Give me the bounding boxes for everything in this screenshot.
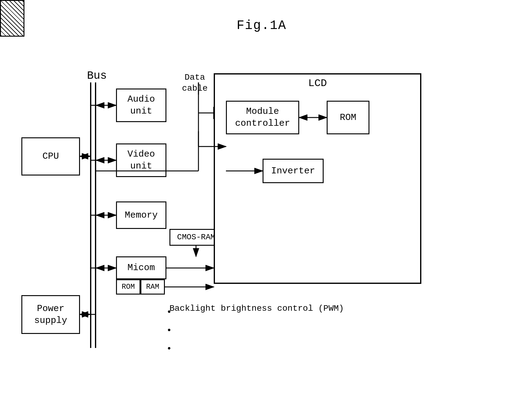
audio-unit-label: Audiounit xyxy=(127,93,155,117)
module-controller-label: Modulecontroller xyxy=(235,106,290,129)
module-controller-box: Modulecontroller xyxy=(226,101,299,134)
video-unit-box: Videounit xyxy=(116,143,166,177)
power-supply-label: Powersupply xyxy=(34,303,67,327)
memory-box: Memory xyxy=(116,201,166,229)
audio-unit-box: Audiounit xyxy=(116,89,166,122)
data-cable-box xyxy=(0,0,24,37)
micom-ram-box: RAM xyxy=(140,279,165,295)
bus-label: Bus xyxy=(87,70,107,82)
power-supply-box: Powersupply xyxy=(21,295,80,334)
lcd-label: LCD xyxy=(214,73,421,89)
micom-rom-box: ROM xyxy=(116,279,140,295)
rom-box: ROM xyxy=(327,101,369,134)
data-cable-label: Datacable xyxy=(182,72,208,94)
figure-title: Fig.1A xyxy=(237,18,286,33)
backlight-label: Backlight brightness control (PWM) xyxy=(169,302,344,315)
cpu-box: CPU xyxy=(21,137,80,176)
inverter-box: Inverter xyxy=(263,159,324,183)
micom-box: Micom xyxy=(116,256,166,279)
video-unit-label: Videounit xyxy=(127,148,155,172)
bus-line xyxy=(90,82,96,348)
